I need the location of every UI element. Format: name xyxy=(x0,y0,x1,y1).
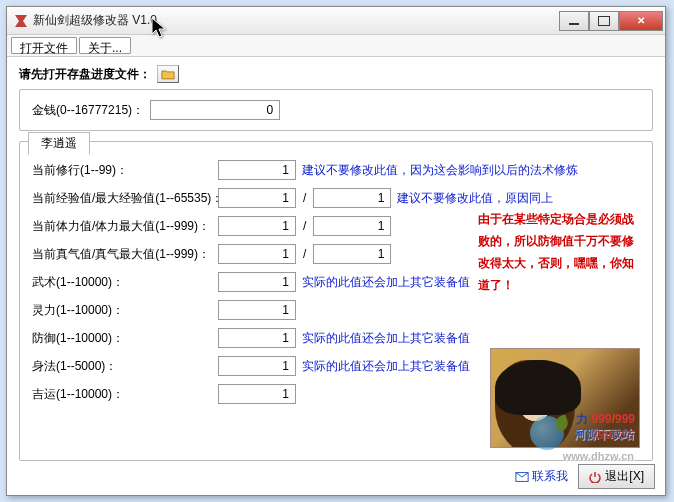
main-window: 新仙剑超级修改器 V1.0 打开文件 关于... 请先打开存盘进度文件： 金钱(… xyxy=(6,6,666,496)
character-tabset: 李逍遥 当前修行(1--99)： 建议不要修改此值，因为这会影响到以后的法术修炼… xyxy=(19,141,653,461)
mail-icon xyxy=(515,470,529,484)
shenfa-input[interactable] xyxy=(218,356,296,376)
exp-hint: 建议不要修改此值，原因同上 xyxy=(397,190,553,207)
hp-label: 当前体力值/体力最大值(1--999)： xyxy=(32,218,212,235)
jiyun-input[interactable] xyxy=(218,384,296,404)
menu-about[interactable]: 关于... xyxy=(79,37,131,54)
mp-max-input[interactable] xyxy=(313,244,391,264)
exp-max-input[interactable] xyxy=(313,188,391,208)
cultivation-label: 当前修行(1--99)： xyxy=(32,162,212,179)
window-title: 新仙剑超级修改器 V1.0 xyxy=(33,12,559,29)
minimize-button[interactable] xyxy=(559,11,589,31)
wushu-label: 武术(1--10000)： xyxy=(32,274,212,291)
shenfa-label: 身法(1--5000)： xyxy=(32,358,212,375)
close-button[interactable] xyxy=(619,11,663,31)
money-groupbox: 金钱(0--16777215)： xyxy=(19,89,653,131)
exit-icon xyxy=(589,471,601,483)
hp-cur-input[interactable] xyxy=(218,216,296,236)
lingli-input[interactable] xyxy=(218,300,296,320)
exp-cur-input[interactable] xyxy=(218,188,296,208)
mp-cur-input[interactable] xyxy=(218,244,296,264)
exp-sep: / xyxy=(302,191,307,205)
mp-label: 当前真气值/真气最大值(1--999)： xyxy=(32,246,212,263)
money-label: 金钱(0--16777215)： xyxy=(32,102,144,119)
character-portrait: 力 999/999 气 999/999 xyxy=(490,348,640,448)
fangyu-input[interactable] xyxy=(218,328,296,348)
defense-warning: 由于在某些特定场合是必须战败的，所以防御值千万不要修改得太大，否则，嘿嘿，你知道… xyxy=(478,208,638,296)
cultivation-hint: 建议不要修改此值，因为这会影响到以后的法术修炼 xyxy=(302,162,578,179)
menu-open-file[interactable]: 打开文件 xyxy=(11,37,77,54)
hp-max-input[interactable] xyxy=(313,216,391,236)
shenfa-hint: 实际的此值还会加上其它装备值 xyxy=(302,358,470,375)
fangyu-hint: 实际的此值还会加上其它装备值 xyxy=(302,330,470,347)
open-prompt: 请先打开存盘进度文件： xyxy=(19,66,151,83)
fangyu-label: 防御(1--10000)： xyxy=(32,330,212,347)
exp-label: 当前经验值/最大经验值(1--65535)： xyxy=(32,190,212,207)
menubar: 打开文件 关于... xyxy=(7,35,665,57)
tab-character[interactable]: 李逍遥 xyxy=(28,132,90,155)
money-input[interactable] xyxy=(150,100,280,120)
wushu-input[interactable] xyxy=(218,272,296,292)
wushu-hint: 实际的此值还会加上其它装备值 xyxy=(302,274,470,291)
lingli-label: 灵力(1--10000)： xyxy=(32,302,212,319)
jiyun-label: 吉运(1--10000)： xyxy=(32,386,212,403)
app-icon xyxy=(13,13,29,29)
titlebar[interactable]: 新仙剑超级修改器 V1.0 xyxy=(7,7,665,35)
maximize-button[interactable] xyxy=(589,11,619,31)
open-folder-button[interactable] xyxy=(157,65,179,83)
exit-button[interactable]: 退出[X] xyxy=(578,464,655,489)
contact-link[interactable]: 联系我 xyxy=(515,468,568,485)
cultivation-input[interactable] xyxy=(218,160,296,180)
